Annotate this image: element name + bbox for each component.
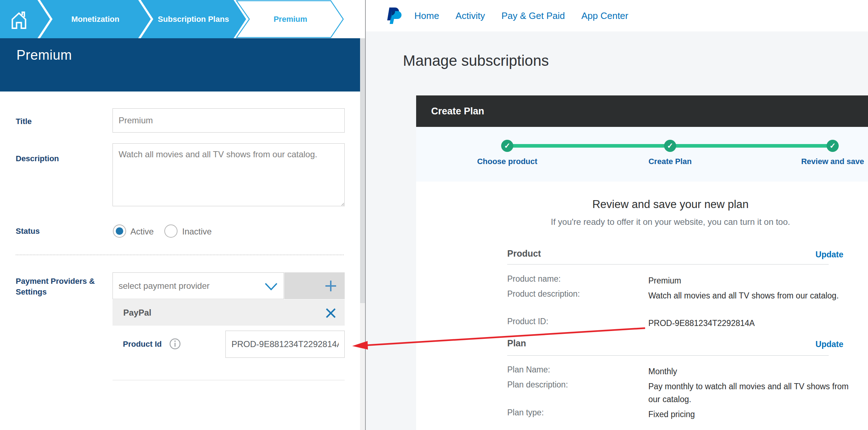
row-value: Monthly	[648, 365, 850, 378]
description-label: Description	[16, 154, 59, 163]
title-label: Title	[16, 117, 32, 126]
breadcrumb-item-monetization[interactable]: Monetization	[40, 0, 151, 38]
payment-providers-label: Payment Providers & Settings	[16, 276, 98, 297]
stepper	[416, 127, 868, 182]
add-provider-button[interactable]	[284, 272, 345, 299]
divider	[113, 380, 345, 380]
nav-home[interactable]: Home	[414, 10, 439, 21]
nav-app-center[interactable]: App Center	[581, 10, 628, 21]
step-create-plan: Create Plan	[624, 157, 717, 166]
close-icon[interactable]	[325, 308, 336, 318]
review-title: Review and save your new plan	[563, 198, 778, 211]
check-icon: ✓	[827, 140, 839, 152]
row-value: PROD-9E881234T2292814A	[648, 317, 850, 330]
radio-active-dot	[116, 227, 123, 235]
row-label: Plan Name:	[507, 365, 550, 375]
payment-provider-select-value: select payment provider	[119, 281, 210, 291]
radio-active-label[interactable]: Active	[130, 227, 154, 237]
breadcrumb-label: Premium	[242, 0, 339, 38]
nav-activity[interactable]: Activity	[455, 10, 485, 21]
payment-provider-select[interactable]: select payment provider	[113, 272, 284, 299]
paypal-panel: Home Activity Pay & Get Paid App Center …	[366, 0, 868, 430]
radio-inactive-label[interactable]: Inactive	[182, 227, 212, 237]
breadcrumb-home[interactable]	[0, 0, 50, 38]
paypal-header: Home Activity Pay & Get Paid App Center	[366, 0, 868, 31]
row-value: Premium	[648, 274, 850, 287]
check-icon: ✓	[501, 140, 513, 152]
plan-update-link[interactable]: Update	[800, 340, 843, 349]
breadcrumb-label: Monetization	[40, 0, 151, 38]
paypal-logo[interactable]	[387, 7, 401, 25]
chevron-down-icon	[264, 283, 278, 291]
product-id-input[interactable]	[225, 331, 345, 358]
review-subtitle: If you're ready to offer it on your webs…	[528, 217, 813, 227]
row-label: Plan description:	[507, 380, 568, 390]
step-review-save: Review and save	[786, 157, 868, 166]
description-input[interactable]: Watch all movies and all TV shows from o…	[113, 143, 345, 206]
breadcrumb-item-subscription-plans[interactable]: Subscription Plans	[141, 0, 246, 38]
status-label: Status	[16, 227, 40, 236]
row-label: Product description:	[507, 289, 580, 299]
card-header-title: Create Plan	[431, 106, 484, 117]
breadcrumb-label: Subscription Plans	[141, 0, 246, 38]
product-id-label: Product Id	[123, 340, 162, 349]
breadcrumb: Monetization Subscription Plans Premium	[0, 0, 365, 38]
row-value: Watch all movies and all TV shows from o…	[648, 289, 850, 302]
product-section-heading: Product	[507, 248, 541, 259]
product-update-link[interactable]: Update	[800, 250, 843, 260]
plan-section-heading: Plan	[507, 338, 526, 349]
row-value: Pay monthly to watch all movies and all …	[648, 380, 850, 406]
cms-panel: Monetization Subscription Plans Premium …	[0, 0, 365, 430]
card-header: Create Plan	[416, 95, 868, 127]
home-icon	[0, 0, 38, 38]
create-plan-card: Create Plan ✓ ✓ ✓ Choose product Create …	[416, 95, 868, 430]
divider	[507, 355, 829, 356]
check-icon: ✓	[664, 140, 676, 152]
provider-row-paypal: PayPal	[113, 300, 345, 326]
row-label: Plan type:	[507, 408, 544, 417]
row-label: Product name:	[507, 274, 561, 284]
step-choose-product: Choose product	[461, 157, 554, 166]
divider	[16, 254, 344, 255]
divider	[507, 264, 829, 265]
plus-icon	[325, 280, 337, 292]
row-label: Product ID:	[507, 317, 548, 326]
page-title: Premium	[16, 48, 72, 63]
info-icon[interactable]	[169, 338, 181, 350]
nav-pay-get-paid[interactable]: Pay & Get Paid	[502, 10, 565, 21]
radio-active[interactable]	[113, 224, 126, 238]
title-input[interactable]	[113, 108, 345, 133]
breadcrumb-item-premium[interactable]: Premium	[236, 0, 345, 38]
row-value: Fixed pricing	[648, 408, 850, 421]
scrollbar-thumb[interactable]	[360, 38, 365, 303]
paypal-nav: Home Activity Pay & Get Paid App Center	[414, 0, 628, 31]
manage-subscriptions-title: Manage subscriptions	[403, 52, 549, 69]
cms-title-bar: Premium	[0, 38, 365, 92]
provider-name: PayPal	[123, 308, 151, 318]
radio-inactive[interactable]	[164, 224, 178, 238]
